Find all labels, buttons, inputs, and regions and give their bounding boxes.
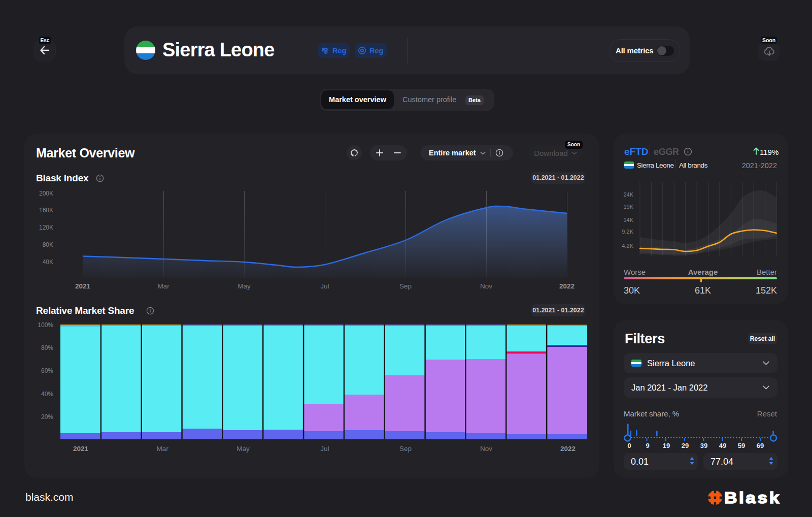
svg-text:Blask: Blask: [724, 490, 781, 506]
